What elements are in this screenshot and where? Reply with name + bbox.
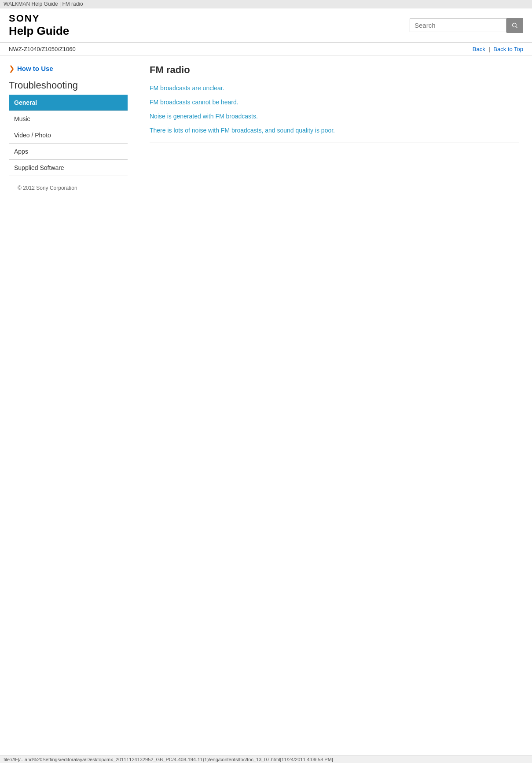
help-guide-title: Help Guide <box>9 24 69 38</box>
browser-title: WALKMAN Help Guide | FM radio <box>4 1 83 7</box>
sidebar-menu-link-video-photo[interactable]: Video / Photo <box>9 127 128 143</box>
sidebar-menu-link-music[interactable]: Music <box>9 111 128 127</box>
search-input[interactable] <box>410 18 506 32</box>
sidebar-menu-link-general[interactable]: General <box>9 95 128 111</box>
main-layout: ❯ How to Use Troubleshooting General Mus… <box>0 55 532 209</box>
sidebar-menu-item-supplied-software[interactable]: Supplied Software <box>9 160 128 176</box>
how-to-use-section: ❯ How to Use <box>9 64 128 73</box>
header: SONY Help Guide <box>0 8 532 43</box>
chevron-right-icon: ❯ <box>9 64 15 73</box>
browser-title-bar: WALKMAN Help Guide | FM radio <box>0 0 532 8</box>
copyright: © 2012 Sony Corporation <box>18 185 77 191</box>
how-to-use-link[interactable]: How to Use <box>17 65 53 72</box>
content-divider <box>150 143 519 143</box>
nav-separator: | <box>488 46 490 52</box>
footer: © 2012 Sony Corporation <box>9 176 128 200</box>
sidebar-menu-item-general[interactable]: General <box>9 95 128 111</box>
troubleshooting-heading: Troubleshooting <box>9 80 128 91</box>
content-area: FM radio FM broadcasts are unclear. FM b… <box>136 55 532 209</box>
back-to-top-link[interactable]: Back to Top <box>493 46 523 52</box>
sidebar-menu-item-video-photo[interactable]: Video / Photo <box>9 127 128 144</box>
search-icon <box>511 22 518 29</box>
sidebar-menu-link-supplied-software[interactable]: Supplied Software <box>9 160 128 176</box>
list-item[interactable]: Noise is generated with FM broadcasts. <box>150 113 519 120</box>
nav-links: Back | Back to Top <box>473 46 523 52</box>
list-item[interactable]: There is lots of noise with FM broadcast… <box>150 127 519 134</box>
search-area <box>410 18 523 33</box>
back-link[interactable]: Back <box>473 46 485 52</box>
device-model: NWZ-Z1040/Z1050/Z1060 <box>9 46 76 52</box>
fm-link-3[interactable]: Noise is generated with FM broadcasts. <box>150 113 258 120</box>
list-item[interactable]: FM broadcasts are unclear. <box>150 85 519 92</box>
search-button[interactable] <box>506 18 523 33</box>
sidebar-menu: General Music Video / Photo Apps Supplie… <box>9 95 128 176</box>
sidebar-menu-item-music[interactable]: Music <box>9 111 128 127</box>
content-links: FM broadcasts are unclear. FM broadcasts… <box>150 85 519 134</box>
sidebar-menu-item-apps[interactable]: Apps <box>9 144 128 160</box>
sidebar: ❯ How to Use Troubleshooting General Mus… <box>0 55 136 209</box>
sub-header: NWZ-Z1040/Z1050/Z1060 Back | Back to Top <box>0 43 532 55</box>
header-left: SONY Help Guide <box>9 13 69 38</box>
sidebar-menu-link-apps[interactable]: Apps <box>9 144 128 159</box>
fm-link-1[interactable]: FM broadcasts are unclear. <box>150 85 224 92</box>
list-item[interactable]: FM broadcasts cannot be heard. <box>150 99 519 106</box>
fm-link-4[interactable]: There is lots of noise with FM broadcast… <box>150 127 335 134</box>
content-title: FM radio <box>150 64 519 76</box>
sony-logo: SONY <box>9 13 69 24</box>
fm-link-2[interactable]: FM broadcasts cannot be heard. <box>150 99 238 106</box>
